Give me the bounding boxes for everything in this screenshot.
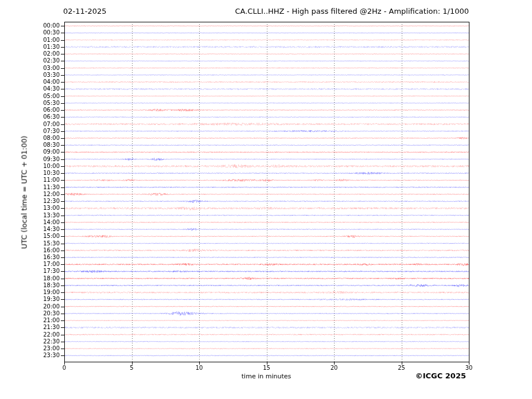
time-label: 05:30	[0, 100, 60, 106]
x-tick-label: 0	[53, 365, 76, 371]
time-label: 22:30	[0, 339, 60, 345]
time-label: 21:30	[0, 324, 60, 330]
time-label: 07:00	[0, 122, 60, 127]
time-label: 08:30	[0, 142, 60, 148]
time-label: 10:30	[0, 170, 60, 176]
time-label: 01:00	[0, 37, 60, 43]
x-tick-label: 10	[188, 365, 211, 371]
time-label: 12:00	[0, 191, 60, 197]
time-label: 20:00	[0, 304, 60, 310]
x-tick-label: 5	[121, 365, 143, 371]
time-label: 13:00	[0, 205, 60, 211]
time-label: 16:00	[0, 248, 60, 253]
time-label: 03:30	[0, 72, 60, 78]
time-label: 20:30	[0, 311, 60, 316]
time-label: 18:00	[0, 276, 60, 281]
time-label: 06:00	[0, 107, 60, 113]
time-label: 18:30	[0, 283, 60, 288]
x-tick-label: 30	[457, 365, 480, 371]
time-label: 14:00	[0, 220, 60, 225]
time-label: 09:30	[0, 157, 60, 162]
time-label: 02:30	[0, 58, 60, 64]
x-tick-label: 25	[390, 365, 413, 371]
chart-title: CA.CLLI..HHZ - High pass filtered @2Hz -…	[235, 7, 469, 15]
copyright: ©ICGC 2025	[415, 371, 466, 380]
time-label: 12:30	[0, 198, 60, 204]
x-tick-label: 15	[255, 365, 278, 371]
time-label: 19:00	[0, 290, 60, 295]
time-label: 00:30	[0, 30, 60, 36]
time-label: 11:30	[0, 185, 60, 190]
time-label: 23:30	[0, 353, 60, 358]
time-label: 15:00	[0, 233, 60, 239]
x-axis-label: time in minutes	[209, 373, 324, 380]
time-label: 05:00	[0, 93, 60, 99]
time-label: 16:30	[0, 255, 60, 260]
time-label: 01:30	[0, 44, 60, 50]
time-label: 08:00	[0, 135, 60, 141]
time-label: 09:00	[0, 149, 60, 155]
time-label: 17:30	[0, 268, 60, 274]
time-label: 11:00	[0, 177, 60, 183]
time-label: 04:00	[0, 79, 60, 85]
time-label: 21:00	[0, 318, 60, 323]
time-label: 19:30	[0, 296, 60, 302]
helicorder-plot	[0, 0, 532, 399]
time-label: 13:30	[0, 213, 60, 218]
time-label: 22:00	[0, 332, 60, 338]
header-date: 02-11-2025	[63, 7, 107, 15]
time-label: 17:00	[0, 261, 60, 267]
time-label: 10:00	[0, 163, 60, 169]
time-label: 23:00	[0, 346, 60, 351]
time-label: 02:00	[0, 51, 60, 57]
time-label: 06:30	[0, 114, 60, 120]
time-label: 15:30	[0, 241, 60, 247]
time-label: 14:30	[0, 226, 60, 232]
time-label: 03:00	[0, 65, 60, 71]
x-tick-label: 20	[323, 365, 345, 371]
time-label: 00:00	[0, 23, 60, 29]
time-label: 07:30	[0, 128, 60, 134]
helicorder-page: 02-11-2025 CA.CLLI..HHZ - High pass filt…	[0, 0, 532, 399]
time-label: 04:30	[0, 86, 60, 92]
